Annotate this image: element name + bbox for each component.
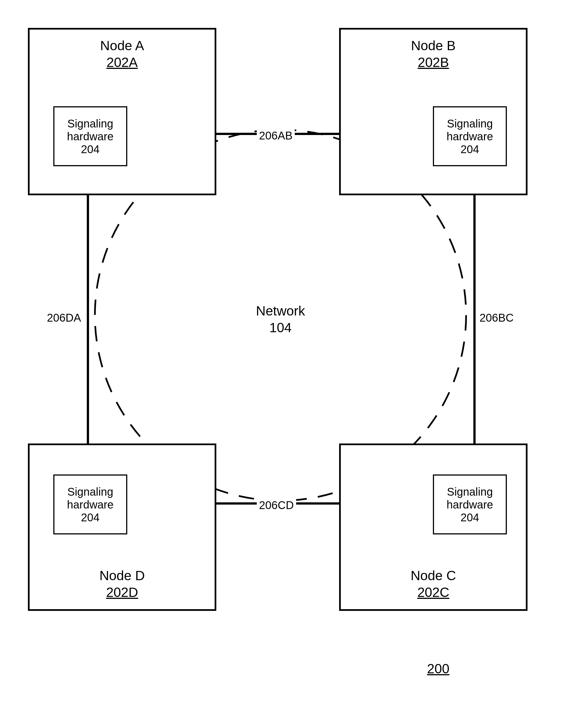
node-a-title: Node A 202A	[30, 37, 215, 71]
node-d-ref: 202D	[106, 585, 138, 600]
node-d-name: Node D	[99, 568, 145, 583]
node-d-title: Node D 202D	[30, 567, 215, 601]
node-c: Signaling hardware 204 Node C 202C	[339, 443, 528, 611]
signal-ref: 204	[461, 511, 479, 524]
signal-ref: 204	[81, 511, 100, 524]
network-name: Network	[256, 303, 305, 318]
figure-ref: 200	[427, 661, 449, 676]
signal-line1: Signaling	[447, 486, 493, 498]
network-label: Network 104	[243, 303, 318, 336]
node-b-title: Node B 202B	[341, 37, 526, 71]
signal-line1: Signaling	[67, 117, 113, 130]
edge-label-bc: 206BC	[477, 311, 516, 324]
node-b-ref: 202B	[418, 55, 449, 70]
node-c-name: Node C	[411, 568, 456, 583]
node-c-ref: 202C	[417, 585, 449, 600]
diagram-page: Network 104 Node A 202A Signaling hardwa…	[0, 0, 561, 728]
edge-label-da: 206DA	[45, 311, 83, 324]
signal-line2: hardware	[447, 498, 493, 511]
node-c-title: Node C 202C	[341, 567, 526, 601]
signal-ref: 204	[81, 143, 100, 155]
network-ref: 104	[269, 320, 292, 335]
signal-line1: Signaling	[447, 117, 493, 130]
signal-ref: 204	[461, 143, 479, 155]
node-b-signal-box: Signaling hardware 204	[433, 106, 507, 166]
node-d-signal-box: Signaling hardware 204	[53, 474, 127, 534]
signal-line2: hardware	[447, 130, 493, 143]
signal-line1: Signaling	[67, 486, 113, 498]
node-c-signal-box: Signaling hardware 204	[433, 474, 507, 534]
node-b: Node B 202B Signaling hardware 204	[339, 28, 528, 195]
node-a-signal-box: Signaling hardware 204	[53, 106, 127, 166]
edge-label-cd: 206CD	[257, 498, 296, 512]
signal-line2: hardware	[67, 498, 114, 511]
edge-label-ab: 206AB	[257, 129, 295, 142]
node-a-ref: 202A	[106, 55, 138, 70]
signal-line2: hardware	[67, 130, 114, 143]
node-a-name: Node A	[100, 38, 144, 53]
node-b-name: Node B	[411, 38, 456, 53]
node-a: Node A 202A Signaling hardware 204	[28, 28, 216, 195]
node-d: Signaling hardware 204 Node D 202D	[28, 443, 216, 611]
